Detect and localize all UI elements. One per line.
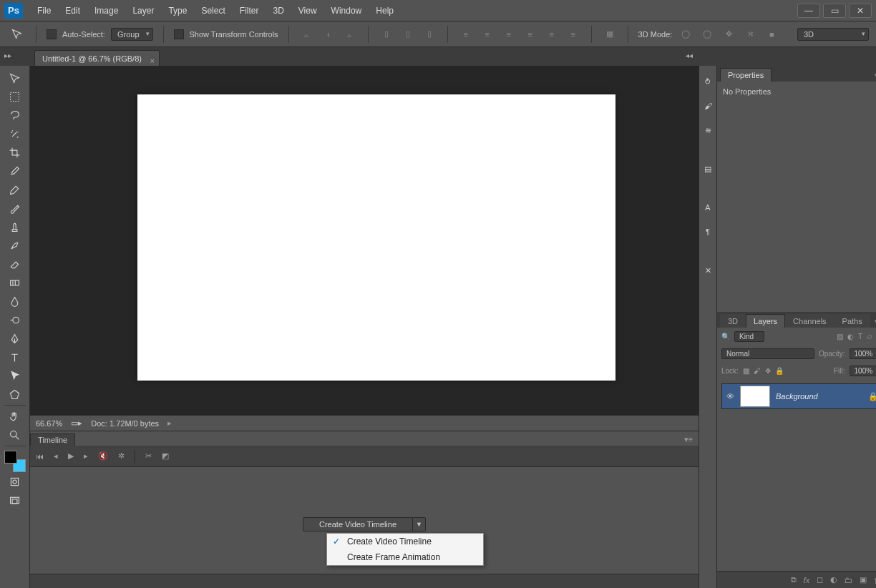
menu-window[interactable]: Window xyxy=(324,1,369,21)
filter-type-icon[interactable]: T xyxy=(858,333,862,340)
visibility-icon[interactable]: 👁 xyxy=(726,392,734,401)
window-close[interactable]: ✕ xyxy=(849,4,872,18)
align-top-icon[interactable]: ⫠ xyxy=(299,26,315,42)
marquee-tool[interactable] xyxy=(6,87,24,106)
brush-presets-icon[interactable]: 🖌 xyxy=(699,97,716,114)
screen-mode-tool[interactable] xyxy=(6,491,24,509)
move-tool[interactable] xyxy=(6,69,24,87)
dodge-tool[interactable] xyxy=(6,310,24,329)
preview-icon[interactable]: ▭▸ xyxy=(71,418,82,428)
align-vcenter-icon[interactable]: ⫞ xyxy=(321,26,336,42)
tab-paths[interactable]: Paths xyxy=(834,314,870,328)
layer-name-label[interactable]: Background xyxy=(776,392,862,401)
shape-tool[interactable] xyxy=(6,385,24,403)
transition-icon[interactable]: ◩ xyxy=(162,451,169,461)
auto-select-checkbox[interactable] xyxy=(47,29,57,39)
next-frame-icon[interactable]: ▸ xyxy=(84,451,88,461)
type-tool[interactable] xyxy=(6,348,24,366)
brush-tool[interactable] xyxy=(6,199,24,217)
prev-frame-icon[interactable]: ◂ xyxy=(54,451,58,461)
crop-tool[interactable] xyxy=(6,143,24,162)
align-right-icon[interactable]: ▯ xyxy=(422,26,437,42)
adjustment-icon[interactable]: ◐ xyxy=(830,575,837,584)
align-hcenter-icon[interactable]: ▯ xyxy=(400,26,416,42)
brush-panel-icon[interactable]: ≋ xyxy=(699,122,716,139)
3d-roll-icon[interactable]: ◯ xyxy=(699,26,715,42)
split-icon[interactable]: ✂ xyxy=(145,451,152,461)
group-icon[interactable]: 🗀 xyxy=(845,576,852,584)
gradient-tool[interactable] xyxy=(6,273,24,292)
filter-shape-icon[interactable]: ▱ xyxy=(867,333,872,340)
window-minimize[interactable]: ― xyxy=(797,4,820,18)
panel-menu-icon[interactable]: ▾≡ xyxy=(870,315,876,328)
menu-edit[interactable]: Edit xyxy=(58,1,87,21)
menu-3d[interactable]: 3D xyxy=(266,1,291,21)
document-tab[interactable]: Untitled-1 @ 66.7% (RGB/8) × xyxy=(34,50,160,66)
path-select-tool[interactable] xyxy=(6,366,24,385)
link-layers-icon[interactable]: ⧉ xyxy=(791,575,797,584)
workspace-dropdown[interactable]: 3D xyxy=(797,28,869,41)
fx-icon[interactable]: fx xyxy=(804,576,810,584)
menu-item-video-timeline[interactable]: Create Video Timeline xyxy=(327,534,483,549)
tool-presets-icon[interactable]: ✕ xyxy=(699,262,716,279)
lock-all-icon[interactable]: 🔒 xyxy=(775,367,784,375)
layer-comps-icon[interactable]: ▤ xyxy=(699,160,716,177)
distribute-left-icon[interactable]: ≡ xyxy=(522,26,538,42)
blend-mode-dropdown[interactable]: Normal xyxy=(721,348,814,359)
hand-tool[interactable] xyxy=(6,407,24,426)
3d-slide-icon[interactable]: ⤨ xyxy=(742,26,758,42)
magic-wand-tool[interactable] xyxy=(6,124,24,143)
3d-scale-icon[interactable]: ■ xyxy=(764,26,779,42)
history-brush-tool[interactable] xyxy=(6,236,24,255)
filter-adjust-icon[interactable]: ◐ xyxy=(847,333,854,340)
menu-select[interactable]: Select xyxy=(194,1,232,21)
settings-icon[interactable]: ✲ xyxy=(118,451,125,461)
layer-thumbnail[interactable] xyxy=(740,386,770,407)
blur-tool[interactable] xyxy=(6,292,24,310)
distribute-hcenter-icon[interactable]: ≡ xyxy=(544,26,560,42)
align-left-icon[interactable]: ▯ xyxy=(379,26,394,42)
menu-help[interactable]: Help xyxy=(369,1,401,21)
create-timeline-button[interactable]: Create Video Timeline xyxy=(303,517,413,531)
mute-icon[interactable]: 🔇 xyxy=(98,451,108,461)
mask-icon[interactable]: ◻ xyxy=(817,575,823,584)
doc-info-arrow-icon[interactable]: ▸ xyxy=(167,418,172,428)
distribute-top-icon[interactable]: ≡ xyxy=(458,26,474,42)
layer-row[interactable]: 👁 Background 🔒 xyxy=(721,383,876,409)
lock-paint-icon[interactable]: 🖌 xyxy=(754,367,761,375)
tab-3d[interactable]: 3D xyxy=(720,314,746,328)
timeline-tab[interactable]: Timeline xyxy=(30,433,75,446)
lock-move-icon[interactable]: ✥ xyxy=(765,367,771,375)
character-panel-icon[interactable]: A xyxy=(699,199,716,216)
zoom-level[interactable]: 66.67% xyxy=(36,419,62,428)
play-icon[interactable]: ▶ xyxy=(68,451,74,461)
panel-menu-icon[interactable]: ▾≡ xyxy=(678,433,699,446)
show-transform-checkbox[interactable] xyxy=(174,29,184,39)
filter-kind-icon[interactable]: 🔍 xyxy=(721,333,730,340)
create-timeline-dropdown-toggle[interactable]: ▼ xyxy=(413,517,426,531)
menu-file[interactable]: File xyxy=(30,1,58,21)
auto-select-dropdown[interactable]: Group xyxy=(111,28,153,41)
3d-pan-icon[interactable]: ✥ xyxy=(721,26,736,42)
eyedropper-tool[interactable] xyxy=(6,162,24,180)
collapse-left-icon[interactable]: ▸▸ xyxy=(4,52,11,59)
clone-stamp-tool[interactable] xyxy=(6,217,24,236)
window-maximize[interactable]: ▭ xyxy=(823,4,846,18)
menu-filter[interactable]: Filter xyxy=(233,1,266,21)
filter-kind-dropdown[interactable]: Kind xyxy=(734,331,764,342)
distribute-right-icon[interactable]: ≡ xyxy=(565,26,581,42)
lasso-tool[interactable] xyxy=(6,106,24,124)
eraser-tool[interactable] xyxy=(6,255,24,273)
color-swatches[interactable] xyxy=(4,451,26,472)
zoom-tool[interactable] xyxy=(6,426,24,444)
foreground-color-swatch[interactable] xyxy=(4,451,17,464)
menu-layer[interactable]: Layer xyxy=(125,1,161,21)
menu-image[interactable]: Image xyxy=(87,1,125,21)
fill-field[interactable]: 100% xyxy=(850,366,876,376)
menu-type[interactable]: Type xyxy=(161,1,194,21)
canvas[interactable] xyxy=(137,94,615,381)
filter-pixel-icon[interactable]: ▨ xyxy=(837,333,843,340)
align-bottom-icon[interactable]: ⫠ xyxy=(342,26,358,42)
new-layer-icon[interactable]: ▣ xyxy=(860,575,867,584)
distribute-bottom-icon[interactable]: ≡ xyxy=(501,26,517,42)
